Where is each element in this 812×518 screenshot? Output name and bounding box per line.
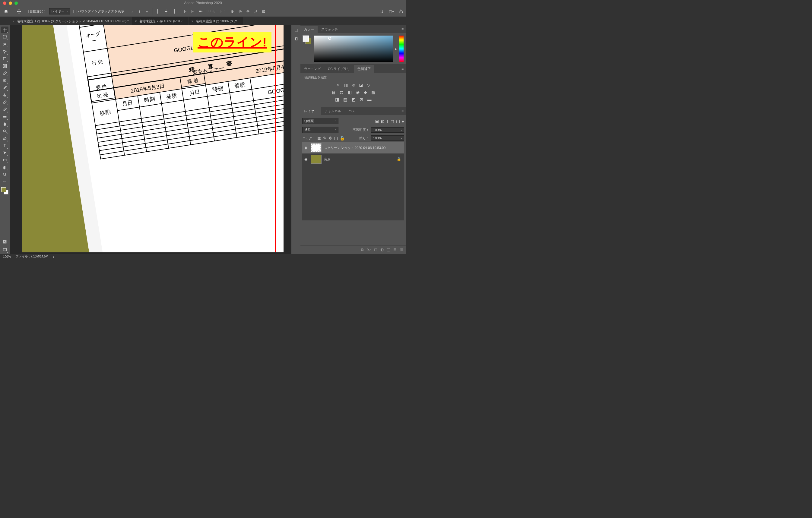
layer-name[interactable]: スクリーンショット 2020-04-03 10.53.00 — [324, 146, 385, 150]
properties-panel-icon[interactable]: ◧ — [293, 36, 299, 41]
selective-color-icon[interactable]: ⊠ — [359, 97, 363, 102]
brush-tool[interactable] — [1, 85, 8, 91]
close-window-button[interactable] — [3, 1, 6, 5]
lasso-tool[interactable] — [1, 41, 8, 48]
tab-channels[interactable]: チャンネル — [321, 107, 345, 115]
tab-learning[interactable]: ラーニング — [300, 65, 324, 73]
layer-thumbnail[interactable] — [311, 155, 322, 164]
tab-color[interactable]: カラー — [300, 26, 318, 33]
align-vcenter-icon[interactable]: ⫯ — [137, 9, 142, 14]
align-top-icon[interactable]: ⫠ — [130, 9, 135, 14]
align-left-icon[interactable]: ▏ — [156, 9, 162, 14]
minimize-window-button[interactable] — [9, 1, 12, 5]
close-tab-icon[interactable]: × — [13, 20, 14, 23]
align-hcenter-icon[interactable]: ┿ — [163, 9, 169, 14]
channel-mixer-icon[interactable]: ◆ — [364, 90, 367, 95]
tab-layers[interactable]: レイヤー — [300, 107, 321, 115]
vibrance-icon[interactable]: ▽ — [367, 83, 370, 87]
hue-icon[interactable]: ▦ — [331, 90, 336, 95]
align-right-icon[interactable]: ▕ — [170, 9, 176, 14]
history-panel-icon[interactable]: ◫ — [293, 27, 299, 33]
history-brush-tool[interactable] — [1, 99, 8, 105]
tab-cc-libraries[interactable]: CC ライブラリ — [324, 65, 354, 73]
visibility-icon[interactable]: ◉ — [303, 146, 308, 150]
bounding-box-checkbox[interactable]: バウンディングボックスを表示 — [73, 9, 124, 13]
curves-icon[interactable]: ⎋ — [352, 83, 355, 87]
eyedropper-tool[interactable] — [1, 70, 8, 77]
distribute-v-icon[interactable]: ⊫ — [190, 9, 195, 14]
exposure-icon[interactable]: ◪ — [359, 83, 363, 87]
workspace-icon[interactable]: ▢▾ — [388, 9, 394, 14]
filter-shape-icon[interactable]: ◻ — [390, 119, 394, 124]
canvas-area[interactable]: 出張報告及び精算書 年月日 所 属印期 間自 氏 名丸山 友幸到 オーダー仮 出… — [10, 25, 291, 254]
lock-paint-icon[interactable]: ✎ — [323, 136, 327, 141]
visibility-icon[interactable]: ◉ — [303, 157, 308, 161]
crop-tool[interactable] — [1, 56, 8, 62]
opacity-input[interactable]: 100% — [371, 127, 404, 133]
fill-input[interactable]: 100% — [371, 135, 404, 141]
blur-tool[interactable] — [1, 121, 8, 127]
panel-menu-icon[interactable]: ≡ — [399, 109, 406, 113]
lock-position-icon[interactable]: ✥ — [328, 136, 332, 141]
document-tab-3[interactable]: × 名称未設定 3 @ 100% (スク... — [188, 17, 243, 25]
posterize-icon[interactable]: ▨ — [343, 97, 347, 102]
auto-select-dropdown[interactable]: レイヤー — [49, 8, 70, 14]
zoom-level[interactable]: 100% — [3, 255, 11, 258]
filter-type-icon[interactable]: T — [386, 119, 389, 124]
group-icon[interactable]: ▢ — [387, 247, 390, 252]
color-swatches[interactable] — [1, 187, 8, 194]
lock-pixels-icon[interactable]: ▦ — [317, 136, 321, 141]
marquee-tool[interactable] — [1, 34, 8, 40]
path-select-tool[interactable] — [1, 150, 8, 156]
layer-thumbnail[interactable] — [311, 143, 322, 152]
type-tool[interactable]: T — [1, 142, 8, 149]
eraser-tool[interactable] — [1, 106, 8, 113]
brightness-icon[interactable]: ☀ — [336, 83, 340, 87]
hand-tool[interactable] — [1, 164, 8, 171]
status-chevron-icon[interactable]: ▸ — [53, 255, 55, 258]
layer-name[interactable]: 背景 — [324, 157, 330, 162]
hue-slider[interactable] — [399, 36, 404, 62]
layer-item[interactable]: ◉ スクリーンショット 2020-04-03 10.53.00 — [302, 142, 404, 153]
layer-filter-dropdown[interactable]: Q種類 — [302, 118, 339, 124]
blend-mode-dropdown[interactable]: 通常 — [302, 127, 339, 133]
layer-mask-icon[interactable]: ◻ — [374, 247, 377, 252]
filter-toggle-icon[interactable]: ● — [402, 119, 404, 124]
home-button[interactable] — [2, 8, 10, 15]
tab-swatches[interactable]: スウォッチ — [318, 26, 342, 33]
lock-all-icon[interactable]: 🔒 — [340, 136, 345, 141]
layer-fx-icon[interactable]: fx◦ — [367, 247, 371, 252]
healing-tool[interactable] — [1, 77, 8, 84]
align-bottom-icon[interactable]: ⫨ — [144, 9, 150, 14]
dodge-tool[interactable] — [1, 128, 8, 134]
file-info[interactable]: ファイル：7.10M/14.5M — [16, 254, 48, 259]
frame-tool[interactable] — [1, 63, 8, 69]
gradient-tool[interactable] — [1, 113, 8, 120]
rectangle-tool[interactable] — [1, 157, 8, 163]
search-icon[interactable] — [379, 9, 384, 14]
document-tab-2[interactable]: × 名称未設定 2 @ 100% (RGB/... — [132, 17, 188, 25]
auto-select-checkbox[interactable]: 自動選択： — [25, 9, 46, 13]
close-tab-icon[interactable]: × — [135, 20, 137, 23]
lock-artboard-icon[interactable]: ▢ — [334, 136, 338, 141]
quick-select-tool[interactable] — [1, 48, 8, 55]
photo-filter-icon[interactable]: ◉ — [356, 90, 359, 95]
canvas[interactable]: 出張報告及び精算書 年月日 所 属印期 間自 氏 名丸山 友幸到 オーダー仮 出… — [22, 25, 284, 252]
filter-image-icon[interactable]: ▣ — [375, 119, 379, 124]
fg-swatch[interactable] — [303, 36, 309, 41]
maximize-window-button[interactable] — [14, 1, 18, 5]
more-options-icon[interactable]: ••• — [198, 9, 203, 14]
document-tab-1[interactable]: × 名称未設定 1 @ 100% (スクリーンショット 2020-04-03 1… — [10, 17, 132, 25]
delete-layer-icon[interactable]: 🗑 — [400, 247, 404, 252]
clone-stamp-tool[interactable] — [1, 92, 8, 98]
share-icon[interactable] — [398, 9, 404, 14]
distribute-h-icon[interactable]: ⊪ — [182, 9, 187, 14]
levels-icon[interactable]: ▥ — [344, 83, 348, 87]
adjustment-layer-icon[interactable]: ◐ — [380, 247, 384, 252]
color-picker[interactable] — [314, 36, 393, 62]
move-tool[interactable] — [1, 27, 8, 33]
color-lookup-icon[interactable]: ▩ — [371, 90, 375, 95]
close-tab-icon[interactable]: × — [192, 20, 193, 23]
link-layers-icon[interactable]: ⧉ — [361, 247, 364, 252]
panel-menu-icon[interactable]: ≡ — [399, 67, 406, 71]
